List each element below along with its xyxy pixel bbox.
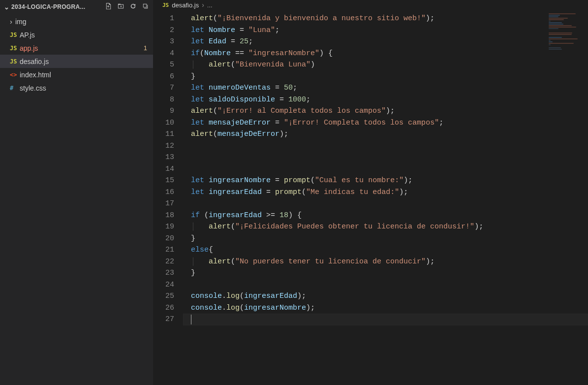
new-file-icon[interactable]: [105, 2, 112, 11]
new-folder-icon[interactable]: [117, 2, 124, 11]
css-icon: #: [10, 85, 20, 92]
chevron-right-icon: ›: [202, 1, 204, 9]
js-icon: JS: [10, 32, 20, 38]
refresh-icon[interactable]: [129, 2, 137, 11]
code-area[interactable]: alert("¡Bienvenida y bienvenido a nuestr…: [183, 13, 588, 385]
js-icon: JS: [162, 2, 169, 8]
code-editor[interactable]: 1234567891011121314151617181920212223242…: [154, 10, 588, 385]
html-icon: <>: [10, 71, 20, 78]
breadcrumb-file[interactable]: desafio.js: [172, 1, 199, 9]
tree-file-app[interactable]: JS app.js 1: [0, 41, 153, 55]
tree-file-ap[interactable]: JS AP.js: [0, 28, 153, 41]
explorer-actions: [105, 2, 151, 11]
breadcrumb-tail[interactable]: ...: [207, 1, 213, 9]
chevron-down-icon: ⌄: [4, 3, 9, 11]
file-tree: › img JS AP.js JS app.js 1 JS desafio.js…: [0, 14, 153, 95]
line-gutter: 1234567891011121314151617181920212223242…: [154, 13, 183, 385]
explorer-header[interactable]: ⌄ 2034-LOGICA-PROGRA...: [0, 0, 153, 14]
tree-file-index[interactable]: <> index.html: [0, 68, 153, 81]
tree-file-desafio[interactable]: JS desafio.js: [0, 55, 153, 68]
project-title: 2034-LOGICA-PROGRA...: [11, 3, 105, 10]
chevron-right-icon: ›: [10, 17, 12, 26]
file-explorer: ⌄ 2034-LOGICA-PROGRA... › img JS AP.js: [0, 0, 154, 385]
tree-file-style[interactable]: # style.css: [0, 81, 153, 95]
js-icon: JS: [10, 45, 20, 52]
tree-folder-img[interactable]: › img: [0, 15, 153, 28]
minimap[interactable]: [548, 13, 586, 67]
collapse-all-icon[interactable]: [142, 2, 149, 11]
breadcrumb[interactable]: JS desafio.js › ...: [154, 0, 588, 10]
js-icon: JS: [10, 58, 20, 65]
editor-pane: JS desafio.js › ... 12345678910111213141…: [154, 0, 588, 385]
text-cursor: [191, 315, 191, 324]
error-badge: 1: [144, 44, 153, 52]
